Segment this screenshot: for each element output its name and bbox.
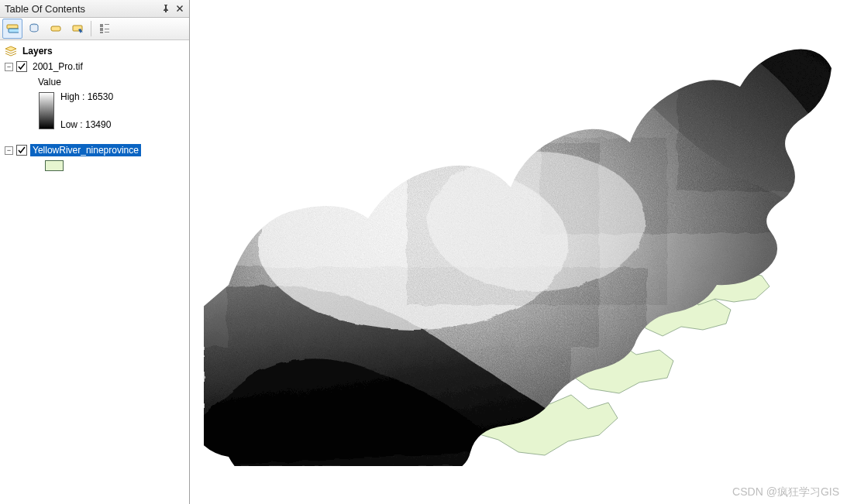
list-by-visibility-button[interactable] (46, 19, 66, 39)
layer-visibility-checkbox[interactable] (16, 61, 27, 72)
polygon-symbol-swatch[interactable] (45, 160, 64, 171)
toc-title-bar[interactable]: Table Of Contents (0, 0, 189, 18)
svg-rect-0 (7, 25, 18, 29)
expand-toggle[interactable]: − (5, 146, 13, 155)
layers-root-label: Layers (20, 45, 55, 57)
svg-rect-7 (100, 28, 103, 31)
layer-tree[interactable]: Layers − 2001_Pro.tif Value High : 16530… (0, 40, 189, 504)
color-ramp-swatch (39, 92, 54, 129)
svg-rect-1 (9, 29, 19, 33)
raster-layer-display (204, 12, 833, 466)
list-by-draw-order-button[interactable] (2, 19, 22, 39)
pin-icon[interactable] (160, 2, 172, 15)
close-icon[interactable] (174, 2, 186, 15)
layer-visibility-checkbox[interactable] (16, 145, 27, 156)
svg-rect-5 (100, 24, 103, 27)
svg-rect-3 (51, 26, 60, 31)
list-by-selection-button[interactable] (67, 19, 88, 39)
raster-high-label: High : 16530 (60, 91, 113, 102)
raster-low-label: Low : 13490 (60, 119, 113, 130)
options-button[interactable] (95, 19, 115, 39)
polygon-symbol-row[interactable] (2, 158, 188, 173)
toolbar-separator (91, 21, 91, 36)
layer-row-raster[interactable]: − 2001_Pro.tif (2, 59, 188, 74)
list-by-source-button[interactable] (24, 19, 44, 39)
layers-root[interactable]: Layers (2, 43, 188, 59)
layer-name-label[interactable]: 2001_Pro.tif (30, 60, 85, 73)
map-view[interactable]: CSDN @疯狂学习GIS (190, 0, 847, 504)
svg-rect-8 (105, 29, 109, 29)
svg-rect-6 (105, 24, 109, 25)
svg-rect-9 (100, 32, 103, 33)
expand-toggle[interactable]: − (5, 63, 13, 71)
watermark-text: CSDN @疯狂学习GIS (732, 485, 839, 499)
layers-icon (5, 45, 17, 57)
svg-rect-10 (105, 32, 109, 33)
toc-toolbar (0, 18, 189, 40)
layer-name-label[interactable]: YellowRiver_nineprovince (30, 144, 141, 156)
layer-row-polygon[interactable]: − YellowRiver_nineprovince (2, 142, 188, 158)
svg-point-13 (429, 152, 646, 291)
raster-value-heading: Value (2, 74, 188, 90)
raster-ramp-row: High : 16530 Low : 13490 (2, 91, 188, 130)
toc-title-text: Table Of Contents (5, 3, 158, 15)
toc-panel: Table Of Contents (0, 0, 190, 504)
